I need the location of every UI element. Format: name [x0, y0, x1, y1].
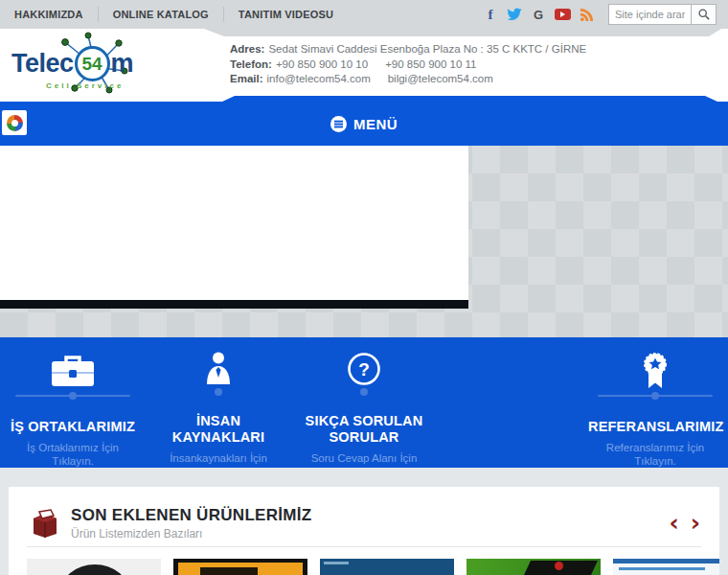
phone-2: +90 850 900 10 11 — [385, 58, 476, 70]
award-icon — [642, 352, 669, 390]
contact-email-line: Email:info@telecom54.combilgi@telecom54.… — [230, 72, 586, 87]
product-thumb-3[interactable] — [320, 559, 454, 575]
feature-insan-kaynaklari[interactable]: İNSAN KAYNAKLARI İnsankaynakları İçin Tı… — [146, 337, 291, 468]
youtube-icon[interactable] — [554, 6, 571, 23]
nav-online-katalog[interactable]: ONLINE KATALOG — [98, 7, 223, 22]
briefcase-icon — [52, 352, 94, 390]
latest-products-section: SON EKLENEN ÜRÜNLERİMİZ Ürün Listemizden… — [9, 487, 719, 575]
section-title: SON EKLENEN ÜRÜNLERİMİZ — [71, 506, 312, 525]
slider-bottom-strip — [0, 300, 468, 309]
product-carousel — [27, 559, 719, 575]
facebook-icon[interactable]: f — [482, 6, 499, 23]
google-plus-icon[interactable]: G — [530, 6, 547, 23]
feature-subtitle: Referanslarımız İçin Tıklayın. — [592, 441, 718, 468]
contact-address-line: Adres:Sedat Simavi Caddesi Esenboğa Plaz… — [230, 42, 586, 58]
site-header: Telec 54 m Cell Service Adres:Sedat Sima… — [0, 29, 728, 96]
product-thumb-1[interactable] — [27, 559, 161, 575]
email-label: Email: — [230, 73, 263, 84]
feature-empty-slot — [437, 337, 582, 468]
contact-info: Adres:Sedat Simavi Caddesi Esenboğa Plaz… — [230, 42, 586, 87]
topbar-slant — [204, 29, 721, 36]
nav-hakkimizda[interactable]: HAKKIMIZDA — [0, 7, 98, 22]
carousel-prev-button[interactable]: ‹ — [669, 513, 678, 534]
twitter-icon[interactable] — [506, 6, 523, 23]
hero-slider — [0, 146, 728, 337]
nav-tanitim-videosu[interactable]: TANITIM VIDEOSU — [223, 7, 348, 22]
slider-slide — [0, 146, 468, 300]
logo-text-left: Telec — [11, 49, 74, 79]
feature-divider — [598, 395, 713, 397]
section-subtitle: Ürün Listemizden Bazıları — [71, 527, 312, 540]
header-corner-notch — [703, 40, 728, 58]
phone-label: Telefon: — [230, 58, 272, 70]
feature-boxes: İŞ ORTAKLARIMIZ İş Ortaklarımız İçin Tık… — [0, 337, 728, 468]
feature-divider — [15, 395, 130, 397]
feature-title: İNSAN KAYNAKLARI — [151, 413, 285, 446]
feature-title: SIKÇA SORULAN SORULAR — [297, 413, 431, 446]
menu-toggle-button[interactable]: MENÜ — [0, 102, 728, 146]
email-1[interactable]: info@telecom54.com — [267, 73, 371, 84]
svg-text:?: ? — [358, 359, 370, 380]
email-2[interactable]: bilgi@telecom54.com — [388, 73, 493, 84]
feature-referanslarimiz[interactable]: REFERANSLARIMIZ Referanslarımız İçin Tık… — [582, 337, 728, 468]
person-icon — [206, 352, 231, 386]
contact-phone-line: Telefon:+90 850 900 10 10+90 850 900 10 … — [230, 58, 586, 73]
address-value: Sedat Simavi Caddesi Esenboğa Plaza No :… — [268, 43, 586, 55]
site-search — [608, 4, 717, 25]
menu-label: MENÜ — [353, 116, 398, 132]
feature-subtitle: Soru Cevap Alanı İçin Tıklayın. — [301, 451, 427, 468]
feature-subtitle: İş Ortaklarımız İçin Tıklayın. — [10, 441, 136, 468]
rss-icon[interactable] — [578, 6, 595, 23]
top-bar: HAKKIMIZDA ONLINE KATALOG TANITIM VIDEOS… — [0, 0, 728, 29]
feature-is-ortaklarimiz[interactable]: İŞ ORTAKLARIMIZ İş Ortaklarımız İçin Tık… — [0, 337, 146, 468]
top-nav: HAKKIMIZDA ONLINE KATALOG TANITIM VIDEOS… — [0, 0, 348, 29]
hamburger-icon — [330, 116, 347, 132]
product-thumb-2[interactable] — [173, 559, 307, 575]
site-logo[interactable]: Telec 54 m Cell Service — [8, 31, 218, 94]
logo-tagline: Cell Service — [46, 81, 124, 90]
carousel-next-button[interactable]: › — [691, 513, 700, 534]
section-divider — [27, 546, 701, 547]
main-menu-bar: MENÜ — [0, 96, 728, 146]
feature-title: İŞ ORTAKLARIMIZ — [11, 419, 135, 435]
question-icon: ? — [347, 352, 381, 386]
phone-1: +90 850 900 10 10 — [276, 58, 368, 70]
feature-title: REFERANSLARIMIZ — [588, 419, 722, 435]
logo-badge-54: 54 — [75, 46, 110, 81]
box-icon — [30, 509, 60, 538]
feature-subtitle: İnsankaynakları İçin Tıklayın. — [155, 451, 282, 468]
social-links: f G — [482, 6, 595, 23]
search-input[interactable] — [608, 4, 691, 25]
logo-text-right: m — [111, 49, 134, 79]
product-thumb-5[interactable] — [613, 559, 719, 575]
search-button[interactable] — [691, 4, 717, 25]
product-thumb-4[interactable] — [466, 559, 601, 575]
feature-sikca-sorulan-sorular[interactable]: ? SIKÇA SORULAN SORULAR Soru Cevap Alanı… — [291, 337, 437, 468]
address-label: Adres: — [230, 43, 264, 55]
